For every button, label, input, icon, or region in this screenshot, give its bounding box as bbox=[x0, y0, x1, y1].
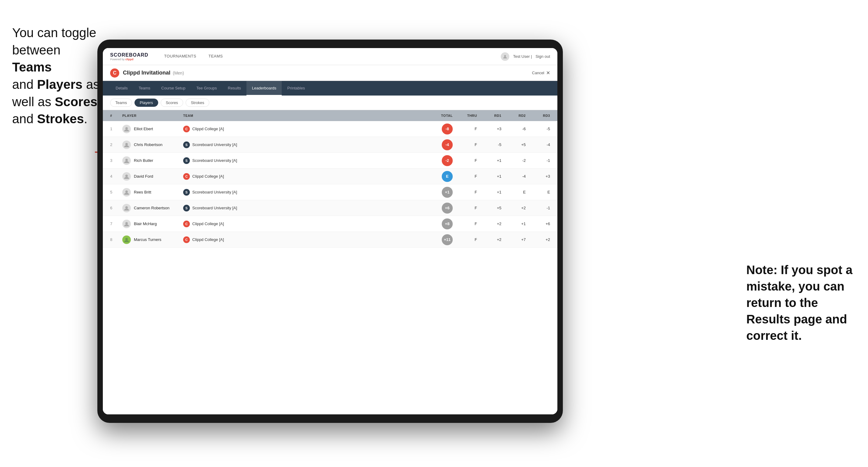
team-name-2: Scoreboard University [A] bbox=[192, 143, 237, 147]
svg-point-4 bbox=[125, 159, 128, 161]
nav-links: TOURNAMENTS TEAMS bbox=[158, 48, 501, 65]
svg-point-8 bbox=[125, 222, 128, 224]
rd1-8: +2 bbox=[477, 237, 501, 242]
team-name-7: Clippd College [A] bbox=[192, 221, 224, 226]
cancel-button[interactable]: Cancel ✕ bbox=[532, 70, 550, 76]
th-rd2: RD2 bbox=[501, 114, 526, 118]
player-cell-8: Marcus Turners bbox=[122, 236, 183, 244]
tablet-frame: SCOREBOARD Powered by clippd TOURNAMENTS… bbox=[97, 39, 563, 423]
table-body: 1 Elliot Ebert C Clippd College [A] -8 F… bbox=[103, 121, 557, 414]
th-total: TOTAL bbox=[416, 114, 453, 118]
score-badge-7: +8 bbox=[442, 218, 453, 229]
left-annotation: You can toggle between Teams and Players… bbox=[12, 24, 100, 128]
score-cell-6: +6 bbox=[416, 203, 453, 214]
rank-3: 3 bbox=[110, 158, 122, 163]
score-badge-1: -8 bbox=[442, 124, 453, 134]
player-name-8: Marcus Turners bbox=[134, 237, 161, 242]
score-cell-3: -2 bbox=[416, 155, 453, 166]
rd1-5: +1 bbox=[477, 190, 501, 194]
avatar-3 bbox=[122, 156, 131, 165]
team-logo-5: S bbox=[183, 189, 190, 196]
team-cell-8: C Clippd College [A] bbox=[183, 237, 416, 243]
avatar-5 bbox=[122, 188, 131, 196]
rd3-3: -1 bbox=[526, 158, 550, 163]
team-cell-6: S Scoreboard University [A] bbox=[183, 205, 416, 212]
sign-out-link[interactable]: Sign out bbox=[535, 54, 550, 59]
sub-tab-teams[interactable]: Teams bbox=[110, 99, 132, 107]
svg-point-2 bbox=[125, 127, 128, 130]
score-cell-1: -8 bbox=[416, 124, 453, 134]
tab-tee-groups[interactable]: Tee Groups bbox=[191, 81, 222, 96]
player-name-1: Elliot Ebert bbox=[134, 127, 153, 131]
team-logo-8: C bbox=[183, 237, 190, 243]
tabs-row: Details Teams Course Setup Tee Groups Re… bbox=[103, 81, 557, 96]
thru-6: F bbox=[453, 206, 477, 210]
rd2-4: -4 bbox=[501, 174, 526, 179]
tablet-screen: SCOREBOARD Powered by clippd TOURNAMENTS… bbox=[103, 48, 557, 414]
player-name-4: David Ford bbox=[134, 174, 153, 179]
rd3-1: -5 bbox=[526, 127, 550, 131]
nav-tournaments[interactable]: TOURNAMENTS bbox=[158, 48, 203, 65]
score-cell-4: E bbox=[416, 171, 453, 182]
player-name-7: Blair McHarg bbox=[134, 221, 157, 226]
rd2-8: +7 bbox=[501, 237, 526, 242]
rank-1: 1 bbox=[110, 127, 122, 131]
sub-tab-strokes[interactable]: Strokes bbox=[186, 99, 209, 107]
score-cell-2: -4 bbox=[416, 139, 453, 150]
tab-teams[interactable]: Teams bbox=[133, 81, 156, 96]
rank-2: 2 bbox=[110, 143, 122, 147]
top-nav: SCOREBOARD Powered by clippd TOURNAMENTS… bbox=[103, 48, 557, 65]
logo-area: SCOREBOARD Powered by clippd bbox=[110, 52, 149, 61]
player-cell-5: Rees Britt bbox=[122, 188, 183, 196]
tab-results[interactable]: Results bbox=[222, 81, 246, 96]
th-thru: THRU bbox=[453, 114, 477, 118]
avatar-6 bbox=[122, 204, 131, 212]
tab-course-setup[interactable]: Course Setup bbox=[156, 81, 191, 96]
team-cell-1: C Clippd College [A] bbox=[183, 126, 416, 132]
logo-text: SCOREBOARD bbox=[110, 52, 149, 58]
table-row: 7 Blair McHarg C Clippd College [A] +8 F… bbox=[103, 216, 557, 232]
player-name-6: Cameron Robertson bbox=[134, 206, 169, 210]
tournament-gender: (Men) bbox=[173, 70, 184, 75]
score-badge-8: +11 bbox=[442, 234, 453, 245]
team-name-8: Clippd College [A] bbox=[192, 237, 224, 242]
team-name-5: Scoreboard University [A] bbox=[192, 190, 237, 194]
tab-leaderboards[interactable]: Leaderboards bbox=[246, 81, 282, 96]
rd3-8: +2 bbox=[526, 237, 550, 242]
rd1-6: +5 bbox=[477, 206, 501, 210]
player-name-2: Chris Robertson bbox=[134, 143, 162, 147]
nav-right: Test User | Sign out bbox=[501, 52, 550, 61]
team-name-4: Clippd College [A] bbox=[192, 174, 224, 179]
tab-printables[interactable]: Printables bbox=[282, 81, 310, 96]
rank-8: 8 bbox=[110, 237, 122, 242]
table-header: # PLAYER TEAM TOTAL THRU RD1 RD2 RD3 bbox=[103, 110, 557, 121]
team-cell-3: S Scoreboard University [A] bbox=[183, 157, 416, 164]
nav-teams[interactable]: TEAMS bbox=[202, 48, 229, 65]
team-logo-2: S bbox=[183, 142, 190, 148]
player-name-5: Rees Britt bbox=[134, 190, 151, 194]
sub-tab-players[interactable]: Players bbox=[134, 99, 158, 107]
rd2-6: +2 bbox=[501, 206, 526, 210]
score-cell-5: +1 bbox=[416, 187, 453, 198]
team-logo-3: S bbox=[183, 157, 190, 164]
team-cell-5: S Scoreboard University [A] bbox=[183, 189, 416, 196]
team-cell-4: C Clippd College [A] bbox=[183, 173, 416, 180]
table-row: 2 Chris Robertson S Scoreboard Universit… bbox=[103, 137, 557, 153]
sub-tab-scores[interactable]: Scores bbox=[161, 99, 183, 107]
avatar-8 bbox=[122, 236, 131, 244]
score-badge-6: +6 bbox=[442, 203, 453, 214]
table-row: 3 Rich Butler S Scoreboard University [A… bbox=[103, 153, 557, 168]
th-rd3: RD3 bbox=[526, 114, 550, 118]
team-name-3: Scoreboard University [A] bbox=[192, 158, 237, 163]
rd3-4: +3 bbox=[526, 174, 550, 179]
player-cell-4: David Ford bbox=[122, 172, 183, 181]
score-badge-4: E bbox=[442, 171, 453, 182]
user-name: Test User | bbox=[513, 54, 532, 59]
table-row: 6 Cameron Robertson S Scoreboard Univers… bbox=[103, 200, 557, 216]
team-name-1: Clippd College [A] bbox=[192, 127, 224, 131]
rank-7: 7 bbox=[110, 221, 122, 226]
tab-details[interactable]: Details bbox=[110, 81, 133, 96]
close-icon: ✕ bbox=[546, 70, 550, 76]
rd1-2: -5 bbox=[477, 143, 501, 147]
thru-2: F bbox=[453, 143, 477, 147]
